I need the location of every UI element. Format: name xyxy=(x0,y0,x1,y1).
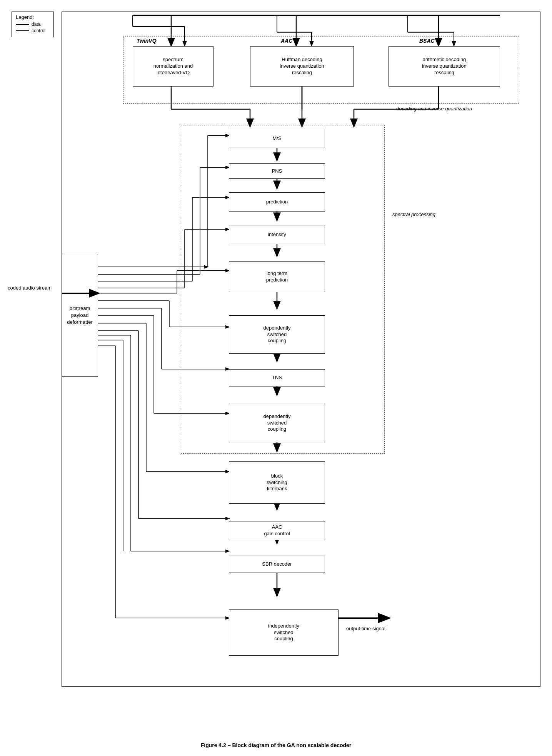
prediction-block-label: prediction xyxy=(266,199,288,205)
dep-coupling1-block: dependently switched coupling xyxy=(229,315,325,354)
pns-block-label: PNS xyxy=(272,168,282,175)
dep-coupling2-block: dependently switched coupling xyxy=(229,404,325,442)
twinvq-block: spectrum normalization and interleaved V… xyxy=(133,46,213,87)
long-term-block: long term prediction xyxy=(229,261,325,292)
bsac-block-label: arithmetic decoding inverse quantization… xyxy=(422,57,467,76)
pns-block: PNS xyxy=(229,163,325,179)
spectral-processing-label: spectral processing xyxy=(392,211,435,217)
twinvq-block-label: spectrum normalization and interleaved V… xyxy=(153,57,193,76)
dep-coupling1-block-label: dependently switched coupling xyxy=(263,325,291,345)
indep-coupling-block: independently switched coupling xyxy=(229,609,339,656)
page: Legend: data control xyxy=(0,0,552,756)
legend-title: Legend: xyxy=(16,14,50,20)
block-switching-block: block switching filterbank xyxy=(229,461,325,504)
legend-data-item: data xyxy=(16,22,50,27)
intensity-block-label: intensity xyxy=(268,231,286,238)
sbr-decoder-block: SBR decoder xyxy=(229,556,325,573)
tns-block: TNS xyxy=(229,369,325,386)
long-term-block-label: long term prediction xyxy=(266,270,288,283)
output-label: output time signal xyxy=(346,625,385,633)
aac-block: Huffman decoding inverse quantization re… xyxy=(250,46,354,87)
aac-gain-block: AAC gain control xyxy=(229,521,325,540)
dep-coupling2-block-label: dependently switched coupling xyxy=(263,413,291,433)
indep-coupling-label: independently switched coupling xyxy=(268,623,299,643)
bitstream-box: bitstream payload deformatter xyxy=(62,254,98,377)
coded-audio-label: coded audio stream xyxy=(8,285,52,291)
tns-block-label: TNS xyxy=(272,375,282,381)
figure-caption: Figure 4.2 – Block diagram of the GA non… xyxy=(0,742,552,748)
aac-gain-label: AAC gain control xyxy=(264,524,290,537)
legend-data-label: data xyxy=(32,22,40,27)
legend-box: Legend: data control xyxy=(12,12,54,37)
twinvq-label: TwinVQ xyxy=(137,38,157,44)
block-switching-label: block switching filterbank xyxy=(267,473,287,493)
aac-block-label: Huffman decoding inverse quantization re… xyxy=(280,57,324,76)
intensity-block: intensity xyxy=(229,225,325,244)
ms-block: M/S xyxy=(229,129,325,148)
control-line-icon xyxy=(16,30,29,31)
sbr-decoder-label: SBR decoder xyxy=(262,561,292,568)
ms-block-label: M/S xyxy=(272,135,281,142)
legend-control-item: control xyxy=(16,28,50,33)
legend-control-label: control xyxy=(32,28,45,33)
bitstream-label: bitstream payload deformatter xyxy=(67,305,92,326)
decoding-iq-label: decoding and inverse quantization xyxy=(396,106,472,112)
bsac-label: BSAC xyxy=(419,38,435,44)
aac-label: AAC xyxy=(281,38,292,44)
prediction-block: prediction xyxy=(229,192,325,211)
bsac-block: arithmetic decoding inverse quantization… xyxy=(389,46,500,87)
data-line-icon xyxy=(16,24,29,25)
diagram-area: decoding and inverse quantization spectr… xyxy=(62,12,540,718)
